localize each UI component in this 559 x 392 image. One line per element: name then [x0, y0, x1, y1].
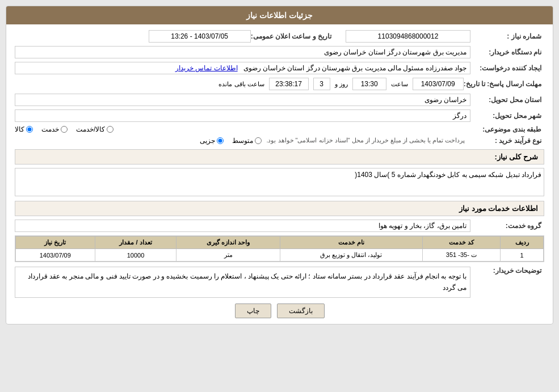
col-quantity: تعداد / مقدار: [95, 237, 176, 249]
buttons-row: بازگشت چاپ: [15, 304, 544, 318]
process-jazyi-option[interactable]: جزیی: [200, 137, 224, 145]
table-row: 1ت -35- 351تولید، انتقال و توزیع برقمتر1…: [16, 249, 544, 262]
category-kala-radio[interactable]: [26, 126, 33, 133]
category-khadamat-label: خدمت: [41, 125, 59, 133]
province-label: استان محل تحویل:: [470, 96, 544, 104]
col-unit: واحد اندازه گیری: [176, 237, 280, 249]
deadline-label: مهلت ارسال پاسخ: تا تاریخ:: [464, 80, 544, 88]
city-label: شهر محل تحویل:: [470, 112, 544, 120]
col-code: کد خدمت: [422, 237, 501, 249]
creator-label: ایجاد کننده درخواست:: [470, 64, 544, 72]
province-value: خراسان رضوی: [15, 94, 470, 106]
process-jazyi-label: جزیی: [200, 137, 215, 145]
buyer-notes-label: توضیحات خریدار:: [470, 267, 544, 275]
service-group-label: گروه خدمت:: [470, 222, 544, 230]
services-section-header: اطلاعات خدمات مورد نیاز: [15, 201, 544, 216]
col-date: تاریخ نیاز: [16, 237, 95, 249]
shomara-niaz-label: شماره نیاز :: [470, 32, 544, 40]
cell-date: 1403/07/09: [16, 249, 95, 262]
service-group-value: تامین برق، گاز، بخار و تهویه هوا: [15, 220, 470, 232]
process-desc: پرداخت تمام یا بخشی از مبلغ خریدار از مح…: [266, 137, 465, 144]
process-motavaser-option[interactable]: متوسط: [232, 137, 262, 145]
name-destgah-label: نام دستگاه خریدار:: [470, 48, 544, 56]
process-motavaser-label: متوسط: [232, 137, 253, 145]
print-button[interactable]: چاپ: [235, 304, 271, 318]
cell-row: 1: [501, 249, 544, 262]
city-value: درگز: [15, 109, 470, 122]
process-jazyi-radio[interactable]: [217, 137, 224, 144]
deadline-remaining: 23:38:17: [269, 78, 309, 90]
process-label: نوع فرآیند خرید :: [470, 137, 544, 145]
cell-quantity: 10000: [95, 249, 176, 262]
cell-code: ت -35- 351: [422, 249, 501, 262]
shomara-niaz-value: 1103094868000012: [346, 30, 470, 43]
col-row: ردیف: [501, 237, 544, 249]
process-motavaser-radio[interactable]: [255, 137, 262, 144]
deadline-date: 1403/07/09: [413, 78, 464, 90]
category-khadamat-radio[interactable]: [61, 126, 68, 133]
category-kala-khadamat-label: کالا/خدمت: [76, 125, 105, 133]
description-textarea: [15, 168, 544, 196]
deadline-time: 13:30: [352, 78, 386, 90]
buyer-notes-value: با توجه به انجام فرآیند عقد قرارداد در ب…: [15, 267, 470, 298]
category-kala-option[interactable]: کالا: [15, 125, 33, 133]
services-table: ردیف کد خدمت نام خدمت واحد اندازه گیری ت…: [15, 235, 544, 262]
contact-link[interactable]: اطلاعات تماس خریدار: [175, 64, 238, 72]
page-header: جزئیات اطلاعات نیاز: [6, 6, 553, 24]
category-kala-khadamat-radio[interactable]: [107, 126, 114, 133]
deadline-day-label: روز و: [335, 81, 348, 88]
name-destgah-value: مدیریت برق شهرستان درگز استان خراسان رضو…: [15, 46, 470, 58]
date-announce-value: 1403/07/05 - 13:26: [149, 30, 251, 43]
category-kala-label: کالا: [15, 125, 24, 133]
category-label: طبقه بندی موضوعی:: [470, 125, 544, 133]
category-khadamat-option[interactable]: خدمت: [41, 125, 68, 133]
date-announce-label: تاریخ و ساعت اعلان عمومی:: [251, 32, 334, 40]
deadline-remaining-label: ساعت باقی مانده: [218, 81, 264, 88]
cell-unit: متر: [176, 249, 280, 262]
category-kala-khadamat-option[interactable]: کالا/خدمت: [76, 125, 114, 133]
deadline-days: 3: [313, 78, 330, 90]
creator-value: جواد صفدرزاده مسئول مالی مدیریت برق شهرس…: [15, 62, 470, 74]
cell-name: تولید، انتقال و توزیع برق: [280, 249, 423, 262]
col-name: نام خدمت: [280, 237, 423, 249]
back-button[interactable]: بازگشت: [277, 304, 325, 318]
deadline-time-label: ساعت: [391, 81, 408, 88]
description-section-header: شرح کلی نیاز:: [15, 149, 544, 165]
